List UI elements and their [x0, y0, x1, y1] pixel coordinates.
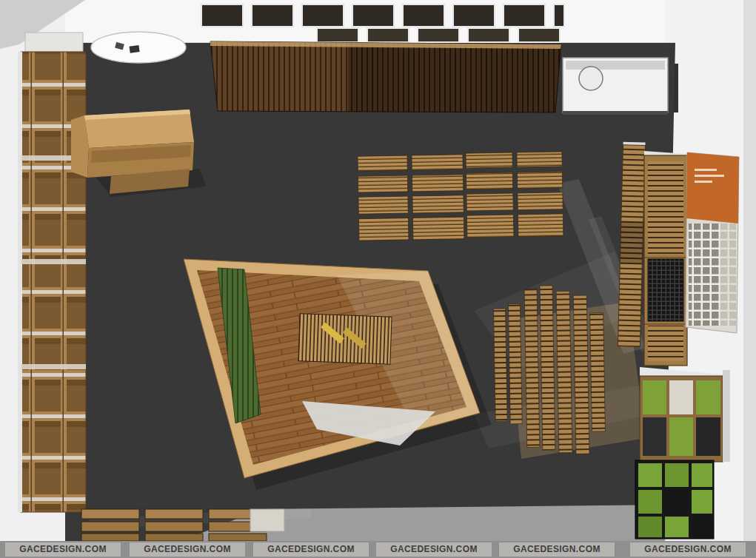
watermark-text: GACEDESIGN.COM — [644, 544, 732, 554]
watermark-text: GACEDESIGN.COM — [513, 544, 601, 554]
watermark-text: GACEDESIGN.COM — [267, 544, 355, 554]
interior-render: GACEDESIGN.COM GACEDESIGN.COM GACEDESIGN… — [0, 0, 756, 558]
watermark-bar: GACEDESIGN.COM GACEDESIGN.COM GACEDESIGN… — [0, 541, 756, 558]
bottom-tables — [81, 509, 284, 541]
wall-shelf-tall — [644, 151, 687, 366]
ceiling-light-fixture — [91, 32, 186, 63]
vent-icon — [130, 45, 140, 53]
watermark-text: GACEDESIGN.COM — [19, 544, 107, 554]
left-wall-shelving — [18, 33, 86, 512]
green-cubby-shelf-lower — [635, 460, 714, 539]
fan-circle-icon — [579, 67, 603, 90]
ceiling-slat-panel — [210, 41, 561, 112]
wall-poster — [686, 152, 739, 333]
scene-canvas: GACEDESIGN.COM GACEDESIGN.COM GACEDESIGN… — [0, 0, 756, 558]
watermark-text: GACEDESIGN.COM — [390, 544, 478, 554]
platform-slat-table — [298, 314, 392, 364]
ac-unit — [563, 58, 668, 115]
watermark-text: GACEDESIGN.COM — [144, 544, 231, 554]
green-cubby-shelf-upper — [640, 367, 730, 462]
